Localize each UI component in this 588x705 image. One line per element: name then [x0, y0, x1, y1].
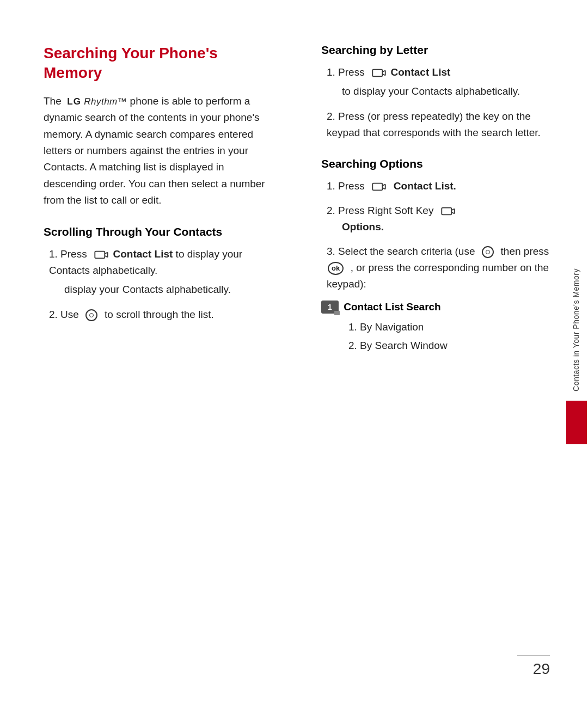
intro-text-1: The: [44, 95, 62, 107]
scrolling-title-text: Scrolling Through Your Contacts: [44, 225, 222, 238]
phone-icon-4: [441, 206, 455, 216]
options-step3-middle: then press: [501, 246, 549, 257]
svg-rect-8: [373, 183, 383, 191]
intro-text-2: phone is able to perform a dynamic searc…: [44, 95, 265, 206]
nav-circle-icon: [85, 309, 97, 321]
scroll-step-1: 1. Press Contact List to display your Co…: [44, 246, 278, 299]
searching-options-title: Searching Options: [321, 157, 555, 170]
sidebar-text: Contacts in Your Phone's Memory: [571, 261, 582, 399]
lg-brand: LG: [67, 96, 81, 107]
options-bold: Options.: [342, 221, 384, 232]
options-step1-bold: Contact List.: [394, 180, 456, 192]
sub-options: 1. By Navigation 2. By Search Window: [321, 318, 555, 355]
options-step2-bold-part: Options.: [327, 221, 384, 232]
searching-by-letter-title: Searching by Letter: [321, 44, 555, 57]
right-column: Searching by Letter 1. Press Contact Lis…: [310, 44, 555, 672]
letter-step1-indent: to display your Contacts alphabetically.: [327, 83, 555, 100]
scroll-step1-indent: display your Contacts alphabetically.: [49, 281, 278, 298]
scroll-step2-prefix: 2. Use: [49, 309, 79, 320]
options-step3-prefix: 3. Select the search criteria (use: [327, 246, 475, 257]
svg-rect-4: [373, 70, 383, 77]
options-step2-prefix: 2. Press Right Soft Key: [327, 205, 433, 216]
searching-by-letter-text: Searching by Letter: [321, 44, 428, 56]
options-step-1: 1. Press Contact List.: [321, 178, 555, 194]
scrolling-subsection-title: Scrolling Through Your Contacts: [44, 225, 278, 238]
nav-circle-icon-2: [482, 246, 494, 258]
sub-option-2: 2. By Search Window: [348, 336, 555, 355]
sidebar-red-bar: [566, 401, 587, 444]
sidebar-tab: Contacts in Your Phone's Memory: [565, 261, 588, 445]
phone-icon-1: [94, 250, 108, 260]
intro-paragraph: The LG Rhythm™ phone is able to perform …: [44, 93, 278, 209]
svg-rect-0: [95, 251, 105, 258]
page-container: Searching Your Phone's Memory The LG Rhy…: [0, 0, 588, 705]
rhythm-brand: Rhythm™: [84, 96, 127, 107]
main-content: Searching Your Phone's Memory The LG Rhy…: [44, 44, 555, 672]
svg-rect-12: [442, 208, 451, 215]
phone-icon-3: [372, 182, 386, 192]
left-column: Searching Your Phone's Memory The LG Rhy…: [44, 44, 289, 672]
key-badge-1: 1: [321, 301, 339, 314]
scroll-step-2: 2. Use to scroll through the list.: [44, 306, 278, 323]
contact-search-row: 1 Contact List Search: [321, 301, 555, 314]
ok-icon: ok: [328, 262, 344, 275]
letter-step-1: 1. Press Contact List to display your Co…: [321, 64, 555, 101]
scroll-step1-bold: Contact List: [113, 248, 173, 260]
options-step-2: 2. Press Right Soft Key Options.: [321, 203, 555, 236]
letter-step-2: 2. Press (or press repeatedly) the key o…: [321, 108, 555, 142]
scroll-step1-prefix: 1. Press: [49, 248, 87, 260]
searching-options-text: Searching Options: [321, 157, 423, 170]
phone-icon-2: [372, 68, 386, 78]
options-step1-prefix: 1. Press: [327, 180, 365, 192]
letter-step1-prefix: 1. Press: [327, 66, 365, 78]
section-title-text: Searching Your Phone's Memory: [44, 45, 218, 81]
section-title: Searching Your Phone's Memory: [44, 44, 278, 83]
key-badge-number: 1: [328, 303, 332, 311]
scroll-step2-suffix: to scroll through the list.: [105, 309, 214, 320]
letter-step1-bold: Contact List: [391, 66, 451, 78]
page-number: 29: [533, 660, 550, 678]
options-step3-end: , or press the corresponding number on t…: [327, 262, 549, 290]
letter-step2-text: 2. Press (or press repeatedly) the key o…: [327, 111, 541, 138]
options-step-3: 3. Select the search criteria (use then …: [321, 243, 555, 293]
sub-option-1: 1. By Navigation: [348, 318, 555, 336]
contact-search-label: Contact List Search: [344, 301, 440, 313]
bottom-divider: [517, 655, 550, 657]
sidebar-label: Contacts in Your Phone's Memory: [572, 268, 580, 391]
